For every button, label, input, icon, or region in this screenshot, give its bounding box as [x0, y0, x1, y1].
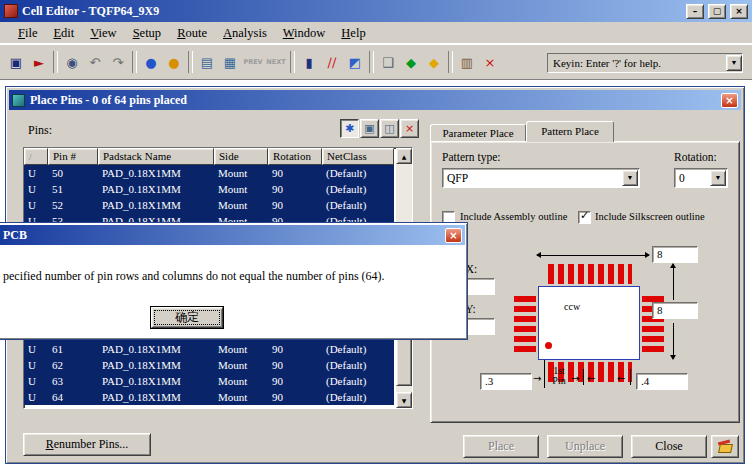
silkscreen-outline-checkbox[interactable]	[578, 211, 591, 224]
place-pins-close-icon[interactable]: ×	[721, 93, 738, 108]
column-header[interactable]: NetClass	[322, 148, 394, 165]
app-icon	[4, 4, 18, 18]
first-pin-offset-x-field[interactable]: .3	[480, 373, 532, 390]
place-pins-titlebar[interactable]: Place Pins - 0 of 64 pins placed ×	[9, 90, 741, 110]
place-pins-title: Place Pins - 0 of 64 pins placed	[30, 93, 716, 108]
pcb-close-icon[interactable]: ×	[445, 228, 462, 243]
pin-prefix-cell: U	[24, 197, 48, 213]
next-icon[interactable]: NEXT	[265, 51, 287, 73]
column-header[interactable]: Rotation	[268, 148, 322, 165]
padstack-cell: PAD_0.18X1MM	[98, 373, 214, 389]
maximize-button[interactable]: ▢	[708, 4, 726, 19]
pin-row[interactable]: U 63 PAD_0.18X1MM Mount 90 (Default)	[24, 373, 394, 389]
color-palette-icon[interactable]: ●	[163, 51, 185, 73]
menubar: FileEditViewSetupRouteAnalysisWindowHelp	[0, 22, 752, 44]
prev-icon[interactable]: PREV	[242, 51, 264, 73]
pcb-title: PCB	[3, 228, 445, 243]
rotation-select[interactable]: 0 ▼	[674, 168, 728, 188]
exit-icon[interactable]: ►	[28, 51, 50, 73]
scroll-up-icon[interactable]: ▲	[396, 148, 412, 164]
dropdown-icon[interactable]: ▼	[710, 170, 726, 186]
half-square-icon[interactable]: ◩	[344, 51, 366, 73]
padstack-cell: PAD_0.18X1MM	[98, 197, 214, 213]
place-button[interactable]: Place	[463, 435, 539, 458]
rotation-cell: 90	[268, 197, 322, 213]
rotation-cell: 90	[268, 165, 322, 181]
menu-item[interactable]: Help	[333, 23, 373, 43]
green-diamond-icon[interactable]: ◆	[400, 51, 422, 73]
scrollbar-thumb[interactable]	[396, 338, 412, 386]
pin-number-cell: 63	[48, 373, 98, 389]
preview-icon[interactable]: ◉	[61, 51, 83, 73]
tile-windows-icon[interactable]: ▦	[219, 51, 241, 73]
paste-icon[interactable]: ▥	[456, 51, 478, 73]
pin-window-icon[interactable]: ▣	[360, 119, 379, 138]
dropdown-icon[interactable]: ▼	[622, 170, 638, 186]
redo-icon[interactable]: ↷	[107, 51, 129, 73]
separator	[448, 51, 453, 73]
column-header[interactable]: Pin #	[48, 148, 98, 165]
pin-row[interactable]: U 64 PAD_0.18X1MM Mount 90 (Default)	[24, 389, 394, 405]
close-dialog-button[interactable]: Close	[631, 435, 707, 458]
pin-prefix-cell: U	[24, 357, 48, 373]
scroll-down-icon[interactable]: ▼	[396, 392, 412, 408]
minimize-button[interactable]: –	[686, 4, 704, 19]
tab-pattern-place[interactable]: Pattern Place	[526, 121, 614, 142]
unplace-button[interactable]: Unplace	[547, 435, 623, 458]
window-icon[interactable]: ▤	[196, 51, 218, 73]
column-header[interactable]: Padstack Name	[98, 148, 214, 165]
menu-item[interactable]: Analysis	[215, 23, 275, 43]
pin-row[interactable]: U 62 PAD_0.18X1MM Mount 90 (Default)	[24, 357, 394, 373]
delete-pin-icon[interactable]: ×	[400, 119, 419, 138]
properties-icon[interactable]: ❑	[377, 51, 399, 73]
netclass-cell: (Default)	[322, 389, 394, 405]
delete-icon[interactable]: ×	[479, 51, 501, 73]
pin-row[interactable]: U 51 PAD_0.18X1MM Mount 90 (Default)	[24, 181, 394, 197]
column-header[interactable]: Side	[214, 148, 268, 165]
tab-parameter-place[interactable]: Parameter Place	[430, 124, 526, 142]
place-pin-mode-icon[interactable]: ✱	[340, 119, 359, 138]
pin-row[interactable]: U 50 PAD_0.18X1MM Mount 90 (Default)	[24, 165, 394, 181]
first-pin-extension-line	[544, 360, 545, 388]
menu-item[interactable]: File	[10, 23, 45, 43]
yellow-diamond-icon[interactable]: ◆	[423, 51, 445, 73]
pin-row[interactable]: U 52 PAD_0.18X1MM Mount 90 (Default)	[24, 197, 394, 213]
menu-item[interactable]: View	[82, 23, 124, 43]
width-dim-field[interactable]: 8	[652, 246, 698, 263]
keyin-dropdown-icon[interactable]: ▼	[726, 55, 742, 71]
rotation-cell: 90	[268, 373, 322, 389]
pcb-titlebar[interactable]: PCB ×	[0, 225, 465, 245]
hatch-icon[interactable]: ∕∕	[321, 51, 343, 73]
pin-number-cell: 61	[48, 341, 98, 357]
pin-array-icon[interactable]: ◫	[380, 119, 399, 138]
arrow-right-icon: →	[533, 374, 541, 384]
keyin-combobox[interactable]: Keyin: Enter '?' for help. ▼	[547, 53, 743, 73]
pin-row[interactable]: U 61 PAD_0.18X1MM Mount 90 (Default)	[24, 341, 394, 357]
height-dim-field[interactable]: 8	[652, 302, 698, 319]
pattern-place-panel: Pattern type: QFP ▼ Rotation: 0 ▼ Includ…	[430, 141, 740, 423]
pin-number-cell: 64	[48, 389, 98, 405]
save-icon[interactable]: ▣	[5, 51, 27, 73]
menu-item[interactable]: Edit	[45, 23, 82, 43]
arrow-left-icon: ←	[617, 374, 625, 384]
rotation-value: 0	[679, 172, 685, 184]
pin-prefix-cell: U	[24, 165, 48, 181]
first-pin-offset-y-field[interactable]: .4	[636, 373, 688, 390]
menu-item[interactable]: Window	[275, 23, 334, 43]
pin-prefix-cell: U	[24, 389, 48, 405]
menu-item[interactable]: Setup	[125, 23, 169, 43]
ok-button[interactable]: 确定	[151, 307, 223, 328]
side-cell: Mount	[214, 373, 268, 389]
menu-item[interactable]: Route	[169, 23, 215, 43]
column-header[interactable]	[24, 148, 48, 165]
undo-icon[interactable]: ↶	[84, 51, 106, 73]
close-button[interactable]: ×	[730, 4, 748, 19]
titlebar[interactable]: Cell Editor - TQFP64_9X9 – ▢ ×	[0, 0, 752, 22]
color-fill-icon[interactable]: ●	[140, 51, 162, 73]
help-button[interactable]	[711, 435, 739, 458]
renumber-pins-button[interactable]: Renumber Pins...	[23, 433, 151, 456]
layer-bar-icon[interactable]: ▮	[298, 51, 320, 73]
netclass-cell: (Default)	[322, 373, 394, 389]
side-cell: Mount	[214, 181, 268, 197]
pattern-type-select[interactable]: QFP ▼	[442, 168, 640, 188]
